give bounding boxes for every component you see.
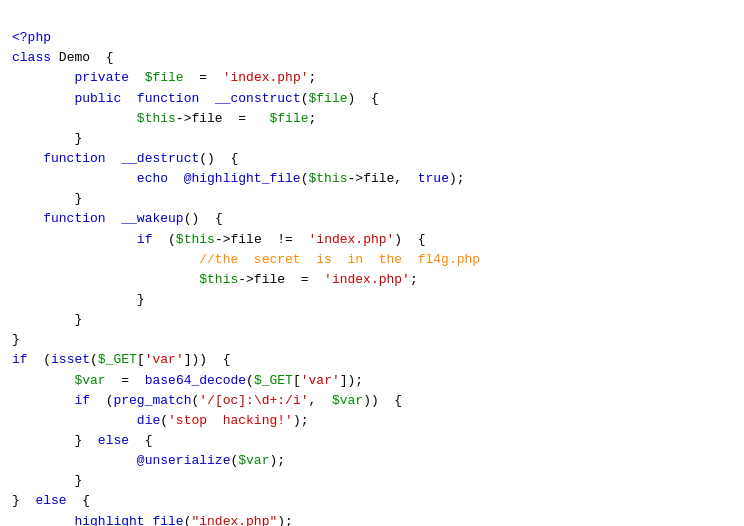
line-echo: echo @highlight_file($this->file, true); [12, 171, 465, 186]
line-comment-secret: //the secret is in the fl4g.php [12, 252, 480, 267]
line-wakeup: function __wakeup() { [12, 211, 223, 226]
line-else-highlight: } else { [12, 493, 90, 508]
line-close-if: } [12, 292, 145, 307]
line-unserialize: @unserialize($var); [12, 453, 285, 468]
code-block: <?php class Demo { private $file = 'inde… [0, 0, 744, 526]
line-private: private $file = 'index.php'; [12, 70, 316, 85]
line-close-destruct: } [12, 191, 82, 206]
line-if-isset: if (isset($_GET['var'])) { [12, 352, 231, 367]
line-class: class Demo { [12, 50, 113, 65]
line-close-else: } [12, 473, 82, 488]
line-die: die('stop hacking!'); [12, 413, 308, 428]
line-close-class: } [12, 332, 20, 347]
line-close-wakeup: } [12, 312, 82, 327]
line-close-construct: } [12, 131, 82, 146]
line-reset-file: $this->file = 'index.php'; [12, 272, 418, 287]
line-var-decode: $var = base64_decode($_GET['var']); [12, 373, 363, 388]
line-this-file: $this->file = $file; [12, 111, 316, 126]
line-else: } else { [12, 433, 152, 448]
line-php-open: <?php [12, 30, 51, 45]
line-destruct: function __destruct() { [12, 151, 238, 166]
line-if-index: if ($this->file != 'index.php') { [12, 232, 426, 247]
line-if-preg: if (preg_match('/[oc]:\d+:/i', $var)) { [12, 393, 402, 408]
line-highlight-file: highlight_file("index.php"); [12, 514, 293, 526]
line-construct: public function __construct($file) { [12, 91, 379, 106]
